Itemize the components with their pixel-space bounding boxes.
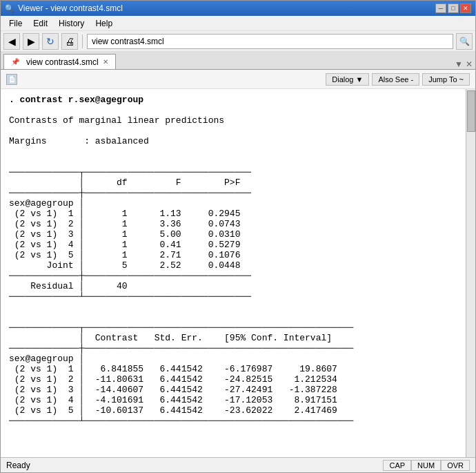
scrollbar-thumb[interactable] xyxy=(467,90,475,132)
refresh-button[interactable]: ↻ xyxy=(42,33,59,50)
address-bar: view contrast4.smcl xyxy=(87,34,453,49)
toolbar: ◀ ▶ ↻ 🖨 view contrast4.smcl 🔍 xyxy=(1,31,475,52)
scrollbar[interactable] xyxy=(466,89,475,457)
toolbar2-right: Dialog ▼ Also See - Jump To ~ xyxy=(326,73,470,86)
ovr-indicator: OVR xyxy=(441,460,470,471)
dialog-button[interactable]: Dialog ▼ xyxy=(326,73,369,86)
dock-icon[interactable]: ✕ xyxy=(466,59,473,69)
pin-right-icon: ▼ xyxy=(455,59,463,69)
menu-bar: File Edit History Help xyxy=(1,16,475,31)
menu-help[interactable]: Help xyxy=(90,17,118,30)
menu-history[interactable]: History xyxy=(53,17,90,30)
title-bar: 🔍 Viewer - view contrast4.smcl ─ □ ✕ xyxy=(1,1,475,16)
cap-indicator: CAP xyxy=(383,460,411,471)
forward-button[interactable]: ▶ xyxy=(23,33,39,50)
toolbar-separator xyxy=(82,35,83,48)
num-indicator: NUM xyxy=(411,460,441,471)
close-button[interactable]: ✕ xyxy=(460,3,471,13)
status-indicators: CAP NUM OVR xyxy=(383,460,470,471)
toolbar2-left: 📄 xyxy=(6,74,17,85)
secondary-toolbar: 📄 Dialog ▼ Also See - Jump To ~ xyxy=(1,70,475,89)
dialog-label: Dialog ▼ xyxy=(332,75,363,84)
tab-label: view contrast4.smcl xyxy=(26,57,99,67)
maximize-button[interactable]: □ xyxy=(448,3,459,13)
title-bar-title: 🔍 Viewer - view contrast4.smcl xyxy=(5,3,123,13)
also-see-button[interactable]: Also See - xyxy=(372,73,419,86)
doc-icon: 📄 xyxy=(6,74,17,85)
back-button[interactable]: ◀ xyxy=(3,33,20,50)
tab-view-contrast[interactable]: 📌 view contrast4.smcl ✕ xyxy=(3,54,116,69)
tab-close-button[interactable]: ✕ xyxy=(103,58,108,66)
status-text: Ready xyxy=(6,461,30,470)
content-scroll[interactable]: . contrast r.sex@agegroup Contrasts of m… xyxy=(1,89,466,457)
search-button[interactable]: 🔍 xyxy=(456,33,473,50)
jump-to-button[interactable]: Jump To ~ xyxy=(422,73,470,86)
stata-command: . contrast r.sex@agegroup Contrasts of m… xyxy=(9,95,457,426)
content-area: . contrast r.sex@agegroup Contrasts of m… xyxy=(1,89,475,457)
window-title: Viewer - view contrast4.smcl xyxy=(18,3,123,13)
stata-output: . contrast r.sex@agegroup Contrasts of m… xyxy=(1,89,466,432)
tab-bar: 📌 view contrast4.smcl ✕ ▼ ✕ xyxy=(1,52,475,70)
pin-icon: 📌 xyxy=(11,58,19,66)
address-text: view contrast4.smcl xyxy=(92,37,164,46)
menu-edit[interactable]: Edit xyxy=(28,17,53,30)
window-icon: 🔍 xyxy=(5,4,14,13)
main-window: 🔍 Viewer - view contrast4.smcl ─ □ ✕ Fil… xyxy=(0,0,476,473)
jump-to-label: Jump To ~ xyxy=(428,75,464,84)
menu-file[interactable]: File xyxy=(3,17,28,30)
minimize-button[interactable]: ─ xyxy=(435,3,446,13)
also-see-label: Also See - xyxy=(378,75,413,84)
status-bar: Ready CAP NUM OVR xyxy=(1,457,475,472)
print-button[interactable]: 🖨 xyxy=(61,33,78,50)
title-bar-controls: ─ □ ✕ xyxy=(435,3,471,13)
